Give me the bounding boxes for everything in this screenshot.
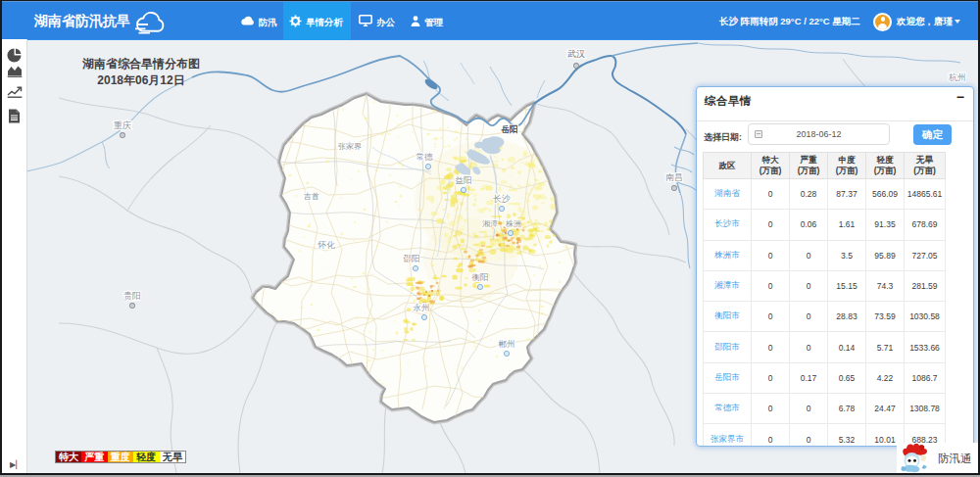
- svg-text:郴州: 郴州: [499, 339, 515, 349]
- svg-text:常德: 常德: [416, 152, 434, 162]
- svg-text:南昌: 南昌: [665, 172, 683, 182]
- svg-text:湘潭: 湘潭: [482, 219, 498, 228]
- svg-text:邵阳: 邵阳: [404, 254, 420, 263]
- svg-text:益阳: 益阳: [456, 175, 472, 185]
- svg-text:吉首: 吉首: [304, 192, 319, 201]
- svg-text:株洲: 株洲: [505, 219, 521, 228]
- svg-text:张家界: 张家界: [338, 142, 362, 151]
- svg-text:杭州: 杭州: [949, 72, 966, 82]
- svg-text:武汉: 武汉: [567, 49, 585, 59]
- svg-text:衡阳: 衡阳: [472, 272, 489, 282]
- svg-text:长沙: 长沙: [493, 194, 511, 204]
- svg-text:贵阳: 贵阳: [123, 291, 141, 301]
- svg-text:怀化: 怀化: [318, 240, 336, 250]
- svg-text:永州: 永州: [414, 303, 430, 312]
- svg-text:重庆: 重庆: [114, 120, 131, 130]
- svg-text:岳阳: 岳阳: [501, 124, 518, 134]
